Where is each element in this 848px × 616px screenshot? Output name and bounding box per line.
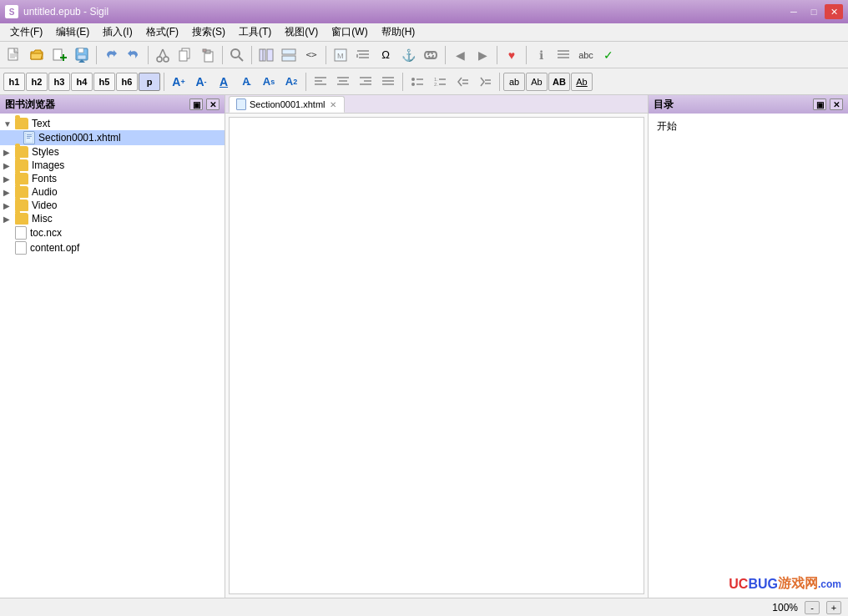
align-left-button[interactable] — [310, 73, 331, 91]
spellcheck-button[interactable]: abc — [575, 44, 597, 66]
style-ab2-button[interactable]: Ab — [526, 73, 548, 91]
menu-help[interactable]: 帮助(H) — [375, 23, 422, 41]
menu-tools[interactable]: 工具(T) — [232, 23, 278, 41]
link-button[interactable] — [420, 44, 442, 66]
font-underline-button[interactable]: A — [213, 73, 235, 91]
toc-close[interactable]: ✕ — [830, 98, 843, 110]
align-center-button[interactable] — [332, 73, 354, 91]
anchor-button[interactable]: ⚓ — [397, 44, 419, 66]
h1-button[interactable]: h1 — [3, 73, 25, 91]
close-button[interactable]: ✕ — [825, 4, 843, 19]
zoom-in-button[interactable]: + — [826, 601, 841, 614]
text-folder-label: Text — [32, 118, 50, 129]
code-view-button[interactable]: <> — [300, 44, 322, 66]
forward-button[interactable]: ▶ — [472, 44, 493, 66]
align-right-button[interactable] — [355, 73, 376, 91]
menu-view[interactable]: 视图(V) — [278, 23, 325, 41]
tree-item-section0001[interactable]: Section0001.xhtml — [0, 130, 225, 145]
increase-indent-button[interactable] — [474, 73, 496, 91]
special-char-button[interactable]: Ω — [375, 44, 396, 66]
style-ab3-button[interactable]: AB — [548, 73, 570, 91]
tree-item-audio[interactable]: ▶ Audio — [0, 185, 225, 199]
h2-button[interactable]: h2 — [26, 73, 48, 91]
tree-item-misc[interactable]: ▶ Misc — [0, 212, 225, 225]
maximize-button[interactable]: □ — [805, 4, 823, 19]
svg-text:M: M — [337, 52, 344, 60]
title-bar: S untitled.epub - Sigil ─ □ ✕ — [0, 0, 848, 23]
menu-search[interactable]: 搜索(S) — [185, 23, 232, 41]
book-browser-close[interactable]: ✕ — [206, 98, 220, 110]
right-panel-controls: ▣ ✕ — [813, 98, 843, 110]
toc-button2[interactable] — [553, 44, 574, 66]
open-button[interactable] — [26, 44, 48, 66]
toc-editor-button[interactable] — [352, 44, 374, 66]
editor-content-area[interactable] — [229, 117, 644, 594]
svg-rect-25 — [282, 49, 295, 54]
sep2 — [148, 46, 149, 64]
validate-button[interactable]: ✓ — [598, 44, 619, 66]
tree-item-video[interactable]: ▶ Video — [0, 199, 225, 212]
list-ul-button[interactable] — [406, 73, 428, 91]
font-sup-button[interactable]: A2 — [280, 73, 302, 91]
list-ol-button[interactable]: 1.2. — [429, 73, 451, 91]
tree-item-text[interactable]: ▼ Text — [0, 117, 225, 130]
decrease-indent-button[interactable] — [452, 73, 473, 91]
images-arrow: ▶ — [3, 161, 15, 170]
fonts-folder-icon — [15, 173, 28, 184]
main-area: 图书浏览器 ▣ ✕ ▼ Text Section0001.xhtml — [0, 95, 848, 598]
font-style2-button[interactable]: A̲ — [235, 73, 257, 91]
favorite-button[interactable]: ♥ — [501, 44, 522, 66]
new-button[interactable] — [3, 44, 25, 66]
h4-button[interactable]: h4 — [71, 73, 93, 91]
minimize-button[interactable]: ─ — [785, 4, 803, 19]
add-file-button[interactable] — [48, 44, 70, 66]
font-sub-button[interactable]: As — [258, 73, 280, 91]
undo-button[interactable] — [100, 44, 122, 66]
tree-item-toc-ncx[interactable]: toc.ncx — [0, 225, 225, 240]
tree-item-styles[interactable]: ▶ Styles — [0, 145, 225, 159]
font-decrease-button[interactable]: A- — [190, 73, 212, 91]
paste-button[interactable] — [197, 44, 219, 66]
svg-rect-9 — [78, 55, 86, 59]
book-browser-panel: 图书浏览器 ▣ ✕ ▼ Text Section0001.xhtml — [0, 95, 225, 598]
title-text: untitled.epub - Sigil — [23, 6, 109, 18]
meta-editor-button[interactable]: M — [330, 44, 351, 66]
p-button[interactable]: p — [139, 73, 160, 91]
misc-folder-label: Misc — [32, 213, 53, 225]
align-justify-button[interactable] — [377, 73, 399, 91]
save-all-button[interactable] — [71, 44, 93, 66]
split-view-button[interactable] — [278, 44, 300, 66]
menu-insert[interactable]: 插入(I) — [96, 23, 139, 41]
tab-section0001[interactable]: Section0001.xhtml ✕ — [229, 96, 345, 113]
back-button[interactable]: ◀ — [449, 44, 471, 66]
app-icon: S — [5, 5, 18, 18]
font-increase-button[interactable]: A+ — [168, 73, 189, 91]
h5-button[interactable]: h5 — [93, 73, 115, 91]
tree-item-fonts[interactable]: ▶ Fonts — [0, 172, 225, 185]
info-button[interactable]: ℹ — [530, 44, 552, 66]
menu-format[interactable]: 格式(F) — [139, 23, 185, 41]
book-browser-undock[interactable]: ▣ — [189, 98, 203, 110]
tab-close-button[interactable]: ✕ — [329, 100, 337, 109]
menu-edit[interactable]: 编辑(E) — [49, 23, 96, 41]
redo-button[interactable] — [123, 44, 144, 66]
title-controls: ─ □ ✕ — [785, 4, 843, 19]
zoom-out-button[interactable]: - — [805, 601, 820, 614]
style-ab-button[interactable]: ab — [503, 73, 525, 91]
tree-item-images[interactable]: ▶ Images — [0, 159, 225, 172]
sep-t4 — [499, 73, 500, 91]
tree-item-content-opf[interactable]: content.opf — [0, 240, 225, 255]
h6-button[interactable]: h6 — [116, 73, 138, 91]
copy-button[interactable] — [174, 44, 196, 66]
toc-item-start[interactable]: 开始 — [654, 119, 843, 134]
h3-button[interactable]: h3 — [48, 73, 70, 91]
toc-undock[interactable]: ▣ — [813, 98, 826, 110]
book-view-button[interactable] — [255, 44, 277, 66]
menu-file[interactable]: 文件(F) — [3, 23, 49, 41]
svg-line-14 — [163, 49, 166, 57]
find-button[interactable] — [226, 44, 248, 66]
cut-button[interactable] — [152, 44, 174, 66]
toc-start-label: 开始 — [657, 119, 677, 134]
menu-window[interactable]: 窗口(W) — [325, 23, 374, 41]
style-ab4-button[interactable]: Ab — [571, 73, 593, 91]
